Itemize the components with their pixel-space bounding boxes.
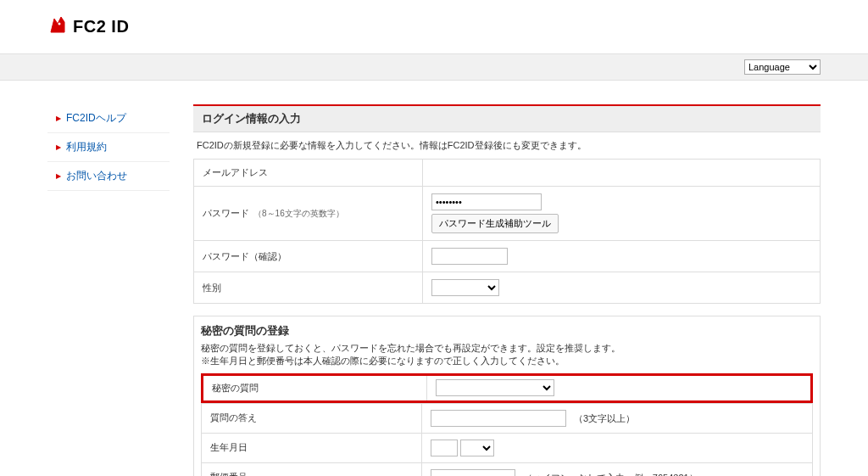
password-confirm-input[interactable] <box>431 248 508 265</box>
secret-desc: 秘密の質問を登録しておくと、パスワードを忘れた場合でも再設定ができます。設定を推… <box>201 342 813 355</box>
arrow-icon: ▶ <box>56 115 61 122</box>
email-cell <box>423 160 821 187</box>
sidebar-item-label: お問い合わせ <box>66 169 127 183</box>
password-label: パスワード <box>203 208 249 218</box>
password-cell: パスワード生成補助ツール <box>423 187 821 241</box>
gender-cell <box>423 272 821 304</box>
question-cell <box>427 376 810 400</box>
secret-title: 秘密の質問の登録 <box>201 323 813 339</box>
zip-label: 郵便番号 <box>202 462 422 476</box>
gender-select[interactable] <box>431 279 499 296</box>
password-confirm-label: パスワード（確認） <box>194 241 423 272</box>
zip-hint: （ハイフン - なしで入力。例：7654321） <box>523 473 698 476</box>
zip-input[interactable] <box>431 469 515 476</box>
birthday-label: 生年月日 <box>202 433 422 462</box>
topbar: Language <box>0 53 868 81</box>
answer-cell: （3文字以上） <box>422 403 813 433</box>
email-label: メールアドレス <box>194 160 423 187</box>
answer-input[interactable] <box>431 410 566 427</box>
password-label-cell: パスワード （8～16文字の英数字） <box>194 187 423 241</box>
question-label: 秘密の質問 <box>203 376 427 400</box>
sidebar-item-label: 利用規約 <box>66 140 107 154</box>
header: FC2 ID <box>0 0 868 53</box>
password-hint: （8～16文字の英数字） <box>253 209 344 218</box>
logo-icon <box>47 15 73 38</box>
sidebar: ▶ FC2IDヘルプ ▶ 利用規約 ▶ お問い合わせ <box>47 104 170 191</box>
secret-question-select[interactable] <box>436 379 554 396</box>
main: ログイン情報の入力 FC2IDの新規登録に必要な情報を入力してください。情報はF… <box>193 104 821 476</box>
svg-point-0 <box>58 23 61 25</box>
logo-text: FC2 ID <box>73 17 129 36</box>
sidebar-item-help[interactable]: ▶ FC2IDヘルプ <box>47 104 170 133</box>
arrow-icon: ▶ <box>56 143 61 151</box>
sidebar-item-terms[interactable]: ▶ 利用規約 <box>47 133 170 162</box>
password-confirm-cell <box>423 241 821 272</box>
secret-note: ※生年月日と郵便番号は本人確認の際に必要になりますので正しく入力してください。 <box>201 355 813 367</box>
birthday-month-select[interactable] <box>460 440 494 456</box>
sidebar-item-label: FC2IDヘルプ <box>66 111 126 126</box>
arrow-icon: ▶ <box>56 172 61 180</box>
birthday-cell <box>422 433 813 462</box>
password-input[interactable] <box>431 193 542 210</box>
birthday-day-input[interactable] <box>431 440 458 456</box>
section-title-login: ログイン情報の入力 <box>193 106 821 132</box>
sidebar-item-contact[interactable]: ▶ お問い合わせ <box>47 162 170 191</box>
secret-section: 秘密の質問の登録 秘密の質問を登録しておくと、パスワードを忘れた場合でも再設定が… <box>193 316 821 476</box>
answer-label: 質問の答え <box>202 403 422 433</box>
answer-hint: （3文字以上） <box>574 413 635 423</box>
language-select[interactable]: Language <box>744 59 821 75</box>
gender-label: 性別 <box>194 272 423 304</box>
password-tool-button[interactable]: パスワード生成補助ツール <box>431 214 559 233</box>
secret-question-row-highlighted: 秘密の質問 <box>201 373 813 403</box>
section-desc-login: FC2IDの新規登録に必要な情報を入力してください。情報はFC2ID登録後にも変… <box>193 132 821 159</box>
zip-cell: （ハイフン - なしで入力。例：7654321） <box>422 462 813 476</box>
login-form-table: メールアドレス パスワード （8～16文字の英数字） パスワード生成補助ツール … <box>193 159 821 304</box>
secret-form-table: 質問の答え （3文字以上） 生年月日 郵便 <box>201 403 813 476</box>
